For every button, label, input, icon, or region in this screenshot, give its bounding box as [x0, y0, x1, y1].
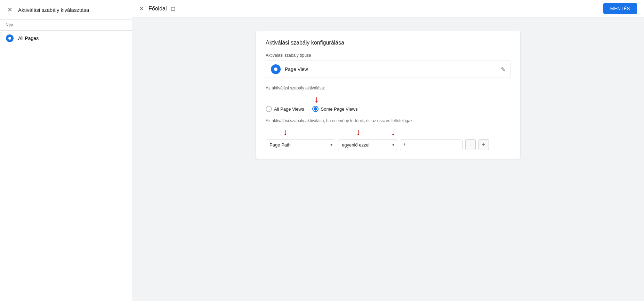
main-area: ✕ Főoldal ◻ MENTÉS Aktiválási szabály ko… [132, 0, 644, 301]
value-input[interactable] [400, 140, 462, 150]
topbar-title: Főoldal [148, 6, 167, 12]
radio-label-all: All Page Views [274, 106, 304, 112]
radio-group: All Page Views Some Page Views [266, 106, 510, 112]
radio-circle-all [266, 106, 272, 112]
operator-select-wrapper: egyenlő ezzel: [338, 140, 397, 150]
trigger-type-row: Page View ✎ [266, 61, 510, 78]
field-select-wrapper: Page Path [266, 140, 335, 150]
config-card: Aktiválási szabály konfigurálása Aktivál… [256, 31, 520, 159]
sidebar-item-label: All Pages [18, 35, 39, 41]
plus-button[interactable]: + [478, 139, 489, 150]
sidebar-title: Aktiválási szabály kiválasztása [18, 7, 89, 13]
topbar: ✕ Főoldal ◻ MENTÉS [132, 0, 644, 17]
sidebar-item-all-pages[interactable]: All Pages [0, 31, 132, 46]
firing-label: Az aktiválási szabály aktiválása: [266, 86, 510, 90]
trigger-type-value: Page View [285, 66, 497, 72]
red-arrow-2: ↓ [283, 127, 288, 137]
sidebar-close-button[interactable]: ✕ [6, 6, 14, 14]
folder-icon[interactable]: ◻ [171, 5, 175, 12]
sidebar-header: ✕ Aktiválási szabály kiválasztása [0, 0, 132, 20]
radio-label-some: Some Page Views [321, 106, 357, 112]
red-arrow-3: ↓ [356, 127, 361, 137]
condition-label: Az aktiválási szabály aktiválása, ha ese… [266, 118, 510, 123]
topbar-close-button[interactable]: ✕ [139, 5, 144, 13]
field-select[interactable]: Page Path [266, 140, 335, 150]
eye-icon-circle [6, 34, 14, 42]
condition-row: Page Path egyenlő ezzel: - + [266, 139, 510, 150]
card-title: Aktiválási szabály konfigurálása [266, 40, 510, 46]
save-button[interactable]: MENTÉS [603, 3, 637, 14]
trigger-type-label: Aktiválási szabály típusa [266, 53, 510, 58]
edit-icon[interactable]: ✎ [501, 66, 505, 73]
sidebar: ✕ Aktiválási szabály kiválasztása Név Al… [0, 0, 132, 301]
radio-circle-some [312, 106, 319, 112]
sidebar-col-header: Név [0, 20, 132, 31]
radio-some-page-views[interactable]: Some Page Views [312, 106, 357, 112]
red-arrow-1: ↓ [314, 94, 319, 105]
content-area: Aktiválási szabály konfigurálása Aktivál… [132, 17, 644, 301]
radio-all-page-views[interactable]: All Page Views [266, 106, 304, 112]
minus-button[interactable]: - [465, 139, 476, 150]
eye-icon [6, 34, 14, 42]
trigger-type-icon [271, 64, 281, 74]
red-arrow-4: ↓ [391, 127, 395, 137]
operator-select[interactable]: egyenlő ezzel: [338, 140, 397, 150]
